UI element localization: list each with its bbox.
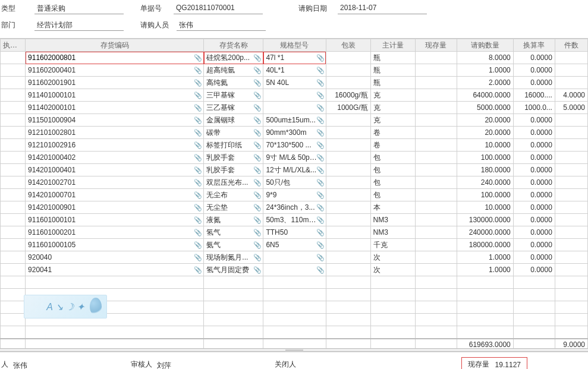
dept-value[interactable]: 经营计划部 bbox=[34, 19, 124, 31]
cell-pcs[interactable] bbox=[555, 127, 587, 139]
cell-onhand[interactable] bbox=[415, 239, 457, 251]
cell-pack[interactable] bbox=[326, 114, 370, 127]
cell-exec[interactable] bbox=[1, 152, 26, 164]
col-onhand[interactable]: 现存量 bbox=[415, 39, 457, 52]
cell-rate[interactable]: 0.0000 bbox=[513, 189, 555, 201]
paperclip-icon[interactable]: 📎 bbox=[316, 129, 325, 137]
paperclip-icon[interactable]: 📎 bbox=[316, 67, 325, 74]
col-spec[interactable]: 规格型号 bbox=[263, 39, 326, 52]
paperclip-icon[interactable]: 📎 bbox=[316, 116, 325, 124]
split-bar[interactable] bbox=[0, 348, 588, 352]
cell-spec[interactable]: 9寸 M/L& 50pc...📎 bbox=[263, 152, 326, 164]
cell-rate[interactable]: 16000.... bbox=[513, 89, 555, 102]
person-value[interactable]: 张伟 bbox=[12, 359, 107, 370]
cell-code[interactable]: 911401000101📎 bbox=[26, 89, 204, 102]
cell-name[interactable]: 硅烷氢200p...📎 bbox=[204, 52, 263, 64]
cell-spec[interactable]: 47l *1📎 bbox=[263, 52, 326, 64]
cell-code[interactable]: 920040📎 bbox=[26, 251, 204, 264]
cell-req[interactable]: 180000.0000 bbox=[457, 239, 513, 251]
col-name[interactable]: 存货名称 bbox=[204, 39, 263, 52]
cell-pack[interactable] bbox=[326, 77, 370, 89]
cell-spec[interactable]: 40L*1📎 bbox=[263, 64, 326, 77]
cell-onhand[interactable] bbox=[415, 139, 457, 152]
paperclip-icon[interactable]: 📎 bbox=[253, 92, 262, 99]
cell-exec[interactable] bbox=[1, 264, 26, 276]
cell-spec[interactable]: 50m3、110m3...📎 bbox=[263, 214, 326, 226]
code-input[interactable] bbox=[28, 53, 195, 62]
cell-spec[interactable]: 500um±15um...📎 bbox=[263, 114, 326, 127]
cell-spec[interactable]: 5N 40L📎 bbox=[263, 77, 326, 89]
cell-code[interactable]: 911602001901📎 bbox=[26, 77, 204, 89]
cell-exec[interactable] bbox=[1, 114, 26, 127]
cell-unit[interactable]: 次 bbox=[370, 251, 415, 264]
cell-code[interactable]: 912101002801📎 bbox=[26, 127, 204, 139]
cell-pcs[interactable] bbox=[555, 152, 587, 164]
cell-onhand[interactable] bbox=[415, 127, 457, 139]
cell-pcs[interactable] bbox=[555, 139, 587, 152]
cell-unit[interactable]: NM3 bbox=[370, 226, 415, 239]
cell-name[interactable]: 高纯氦📎 bbox=[204, 77, 263, 89]
cell-unit[interactable]: 次 bbox=[370, 264, 415, 276]
cell-spec[interactable]: 24*36inch，3...📎 bbox=[263, 201, 326, 214]
paperclip-icon[interactable]: 📎 bbox=[253, 204, 262, 212]
table-row[interactable]: 911601000105📎氨气📎6N5📎千克180000.00000.0000 bbox=[1, 239, 588, 251]
cell-rate[interactable]: 0.0000 bbox=[513, 164, 555, 176]
paperclip-icon[interactable]: 📎 bbox=[194, 154, 202, 162]
paperclip-icon[interactable]: 📎 bbox=[253, 241, 262, 249]
cell-onhand[interactable] bbox=[415, 52, 457, 64]
table-row-empty[interactable] bbox=[1, 314, 588, 326]
paperclip-icon[interactable]: 📎 bbox=[194, 92, 202, 99]
cell-exec[interactable] bbox=[1, 176, 26, 189]
paperclip-icon[interactable]: 📎 bbox=[253, 141, 262, 149]
cell-pcs[interactable] bbox=[555, 52, 587, 64]
cell-onhand[interactable] bbox=[415, 77, 457, 89]
table-row-empty[interactable] bbox=[1, 276, 588, 289]
cell-exec[interactable] bbox=[1, 139, 26, 152]
cell-unit[interactable]: 本 bbox=[370, 201, 415, 214]
paperclip-icon[interactable]: 📎 bbox=[253, 104, 262, 112]
docno-value[interactable]: QG201811070001 bbox=[174, 2, 263, 14]
paperclip-icon[interactable]: 📎 bbox=[316, 104, 325, 112]
cell-spec[interactable]: 📎 bbox=[263, 264, 326, 276]
paperclip-icon[interactable]: 📎 bbox=[316, 229, 325, 236]
cell-name[interactable]: 液氮📎 bbox=[204, 214, 263, 226]
cell-spec[interactable]: 9*9📎 bbox=[263, 189, 326, 201]
table-row[interactable]: 911601000201📎氢气📎TTH50📎NM3240000.00000.00… bbox=[1, 226, 588, 239]
cell-exec[interactable] bbox=[1, 77, 26, 89]
paperclip-icon[interactable]: 📎 bbox=[316, 154, 325, 162]
col-code[interactable]: 存货编码 bbox=[26, 39, 204, 52]
table-row[interactable]: 📎硅烷氢200p...📎47l *1📎瓶8.00000.0000 bbox=[1, 52, 588, 64]
cell-name[interactable]: 超高纯氩📎 bbox=[204, 64, 263, 77]
cell-onhand[interactable] bbox=[415, 189, 457, 201]
cell-code[interactable]: 911601000105📎 bbox=[26, 239, 204, 251]
cell-spec[interactable]: TTH50📎 bbox=[263, 226, 326, 239]
cell-req[interactable]: 180.0000 bbox=[457, 164, 513, 176]
paperclip-icon[interactable]: 📎 bbox=[194, 166, 202, 174]
reviewer-value[interactable]: 刘萍 bbox=[156, 359, 251, 370]
cell-name[interactable]: 无尘布📎 bbox=[204, 189, 263, 201]
cell-spec[interactable]: 90mm*300m📎 bbox=[263, 127, 326, 139]
paperclip-icon[interactable]: 📎 bbox=[253, 191, 262, 199]
cell-exec[interactable] bbox=[1, 164, 26, 176]
cell-exec[interactable] bbox=[1, 239, 26, 251]
cell-req[interactable]: 100.0000 bbox=[457, 189, 513, 201]
cell-onhand[interactable] bbox=[415, 226, 457, 239]
cell-spec[interactable]: 📎 bbox=[263, 251, 326, 264]
cell-name[interactable]: 碳带📎 bbox=[204, 127, 263, 139]
cell-name[interactable]: 现场制氮月...📎 bbox=[204, 251, 263, 264]
cell-unit[interactable]: 克 bbox=[370, 89, 415, 102]
paperclip-icon[interactable]: 📎 bbox=[194, 179, 202, 187]
cell-name[interactable]: 乳胶手套📎 bbox=[204, 152, 263, 164]
cell-pack[interactable] bbox=[326, 164, 370, 176]
table-row[interactable]: 914201000901📎无尘垫📎24*36inch，3...📎本10.0000… bbox=[1, 201, 588, 214]
cell-name[interactable]: 无尘垫📎 bbox=[204, 201, 263, 214]
table-row[interactable]: 911402000101📎三乙基镓📎📎1000G/瓶克5000.00001000… bbox=[1, 102, 588, 114]
cell-rate[interactable]: 0.0000 bbox=[513, 152, 555, 164]
cell-req[interactable]: 8.0000 bbox=[457, 52, 513, 64]
paperclip-icon[interactable]: 📎 bbox=[194, 116, 202, 124]
cell-pack[interactable] bbox=[326, 52, 370, 64]
cell-name[interactable]: 三乙基镓📎 bbox=[204, 102, 263, 114]
cell-pcs[interactable] bbox=[555, 77, 587, 89]
cell-code[interactable]: 914201000901📎 bbox=[26, 201, 204, 214]
cell-rate[interactable]: 0.0000 bbox=[513, 64, 555, 77]
